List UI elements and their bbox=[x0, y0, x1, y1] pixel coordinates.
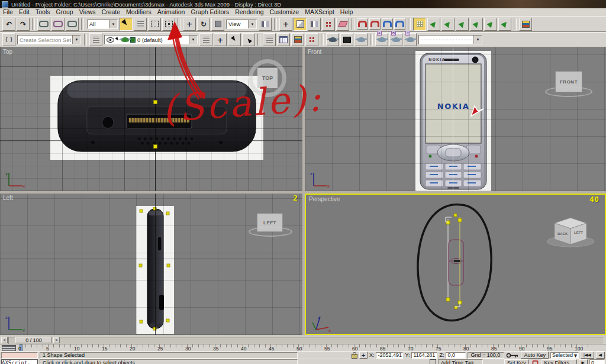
menu-item[interactable]: Views bbox=[76, 8, 99, 16]
menu-item[interactable]: Customize bbox=[267, 8, 302, 16]
menu-item[interactable]: Help bbox=[337, 8, 356, 16]
use-center-button[interactable] bbox=[259, 18, 272, 31]
set-key-button[interactable]: Set Key bbox=[504, 359, 529, 364]
menu-item[interactable]: MAXScript bbox=[302, 8, 337, 16]
layer-list-button[interactable] bbox=[89, 33, 102, 46]
layer-dropdown[interactable]: 0 (default)▼ bbox=[104, 35, 198, 44]
unlink-icon[interactable] bbox=[51, 18, 65, 31]
menu-item[interactable]: Group bbox=[53, 8, 76, 16]
curve-editor-button[interactable] bbox=[263, 33, 276, 46]
menu-item[interactable]: Animation bbox=[154, 8, 188, 16]
keyboard-override-button-6[interactable] bbox=[498, 18, 511, 31]
key-filters-button[interactable]: Key Filters... bbox=[541, 359, 577, 364]
viewport-label[interactable]: Front bbox=[308, 49, 321, 55]
absolute-offset-toggle[interactable]: + bbox=[359, 352, 368, 359]
schematic-view-button[interactable] bbox=[277, 33, 290, 46]
select-rotate-button[interactable]: ↻ bbox=[197, 18, 210, 31]
layer-manager-button[interactable] bbox=[336, 18, 349, 31]
previous-frame-button[interactable]: < bbox=[1, 337, 8, 343]
redo-button[interactable]: ↷ bbox=[17, 18, 30, 31]
render-production-button[interactable] bbox=[340, 33, 353, 46]
mirror-button[interactable] bbox=[308, 18, 321, 31]
render-preset-b-button[interactable]: B bbox=[389, 33, 402, 46]
time-slider[interactable]: < 0 / 100 > bbox=[0, 336, 606, 344]
viewport-left[interactable]: LEFT 2 Left y z bbox=[0, 194, 302, 335]
keyboard-override-button-5[interactable] bbox=[484, 18, 497, 31]
selection-filter-dropdown[interactable]: All▼ bbox=[87, 20, 118, 29]
render-preset-c-button[interactable]: C bbox=[404, 33, 417, 46]
select-layer-button[interactable] bbox=[228, 33, 241, 46]
select-by-name-button[interactable] bbox=[134, 18, 147, 31]
title-bar[interactable]: Untitled - Project Folder: C:\Users\Onri… bbox=[0, 0, 606, 8]
spinner-snap-button[interactable] bbox=[394, 18, 405, 30]
render-preset-a-button[interactable]: A bbox=[375, 33, 388, 46]
viewcube-top[interactable]: TOP W bbox=[249, 59, 286, 97]
play-button[interactable]: ▶ bbox=[579, 359, 588, 364]
keyboard-override-button-3[interactable] bbox=[456, 18, 469, 31]
viewport-top[interactable]: TOP W Top x y bbox=[0, 47, 302, 191]
reference-coordinate-dropdown[interactable]: View▼ bbox=[226, 20, 257, 29]
menu-item[interactable]: Rendering bbox=[232, 8, 266, 16]
keyboard-override-button-1[interactable] bbox=[427, 18, 440, 31]
select-object-button[interactable] bbox=[120, 18, 133, 31]
keyboard-override-button-4[interactable] bbox=[470, 18, 483, 31]
window-crossing-button[interactable] bbox=[162, 18, 175, 31]
snap-toggle-3d-button[interactable] bbox=[357, 18, 368, 30]
render-iterative-button[interactable] bbox=[354, 33, 368, 46]
undo-button[interactable]: ↶ bbox=[2, 18, 15, 31]
angle-snap-button[interactable] bbox=[369, 18, 381, 30]
viewport-label[interactable]: Top bbox=[3, 49, 12, 55]
current-frame-field[interactable]: 0 bbox=[589, 359, 605, 364]
viewcube-front[interactable]: FRONT bbox=[555, 71, 582, 92]
menu-item[interactable]: Modifiers bbox=[123, 8, 154, 16]
render-setup-button[interactable] bbox=[305, 33, 318, 46]
x-coordinate-field[interactable]: -2052,491 bbox=[376, 352, 403, 359]
z-coordinate-field[interactable]: 0,0 bbox=[446, 352, 466, 359]
viewport-front[interactable]: NOKIA NOKIA bbox=[305, 47, 606, 191]
named-selection-set-dropdown[interactable]: Create Selection Set▼ bbox=[17, 35, 81, 44]
add-to-layer-button[interactable]: + bbox=[214, 33, 227, 46]
viewport-label[interactable]: Left bbox=[3, 195, 13, 201]
keyboard-override-button-2[interactable] bbox=[441, 18, 454, 31]
snaps-cube-button[interactable] bbox=[294, 18, 307, 31]
menu-item[interactable]: Edit bbox=[16, 8, 33, 16]
key-mode-dropdown[interactable]: Selected ▼ bbox=[550, 352, 579, 359]
menu-item[interactable]: Graph Editors bbox=[188, 8, 232, 16]
set-current-layer-button[interactable] bbox=[242, 33, 255, 46]
vertex-handle[interactable] bbox=[153, 144, 157, 149]
select-link-icon[interactable] bbox=[37, 18, 50, 31]
bind-spacewarp-icon[interactable] bbox=[66, 18, 79, 31]
previous-key-button[interactable]: ◀ bbox=[596, 352, 605, 359]
go-to-start-button[interactable]: |◀◀ bbox=[581, 352, 594, 359]
auto-key-button[interactable]: Auto Key bbox=[521, 352, 549, 359]
vertex-handle[interactable] bbox=[153, 100, 157, 104]
menu-item[interactable]: Create bbox=[99, 8, 124, 16]
render-button[interactable] bbox=[519, 18, 532, 31]
menu-item[interactable]: Tools bbox=[33, 8, 53, 16]
grid-snap-button[interactable] bbox=[413, 18, 426, 31]
named-selection-sets-button[interactable]: { } bbox=[2, 33, 15, 46]
maxscript-mini-listener-pink[interactable] bbox=[1, 352, 38, 359]
create-layer-button[interactable] bbox=[199, 33, 212, 46]
select-move-button[interactable]: + bbox=[183, 18, 196, 31]
align-button[interactable] bbox=[322, 18, 335, 31]
render-preset-dropdown[interactable]: -------------------▼ bbox=[418, 35, 482, 44]
menu-item[interactable]: File bbox=[0, 8, 16, 16]
rectangular-selection-button[interactable] bbox=[148, 18, 161, 31]
time-slider-handle[interactable]: 0 / 100 bbox=[15, 337, 52, 343]
selection-lock-icon[interactable] bbox=[352, 354, 357, 359]
add-time-tag[interactable]: Add Time Tag bbox=[438, 359, 483, 364]
rendered-frame-button[interactable] bbox=[326, 33, 339, 46]
viewport-label[interactable]: Perspective bbox=[309, 196, 340, 202]
select-scale-button[interactable] bbox=[211, 18, 224, 31]
viewcube-left[interactable]: LEFT bbox=[257, 213, 283, 232]
material-editor-button[interactable] bbox=[291, 33, 304, 46]
viewport-perspective[interactable]: BACK LEFT 40 Perspective x z bbox=[305, 194, 606, 335]
key-icon bbox=[506, 353, 519, 358]
next-frame-button[interactable]: > bbox=[53, 337, 60, 343]
viewport-splitter-horizontal[interactable] bbox=[0, 191, 606, 194]
percent-snap-button[interactable] bbox=[382, 18, 393, 30]
y-coordinate-field[interactable]: 1164,281 bbox=[411, 352, 437, 359]
maxscript-mini-listener[interactable]: AXScript. bbox=[1, 359, 38, 364]
select-manipulate-button[interactable]: + bbox=[279, 18, 292, 31]
